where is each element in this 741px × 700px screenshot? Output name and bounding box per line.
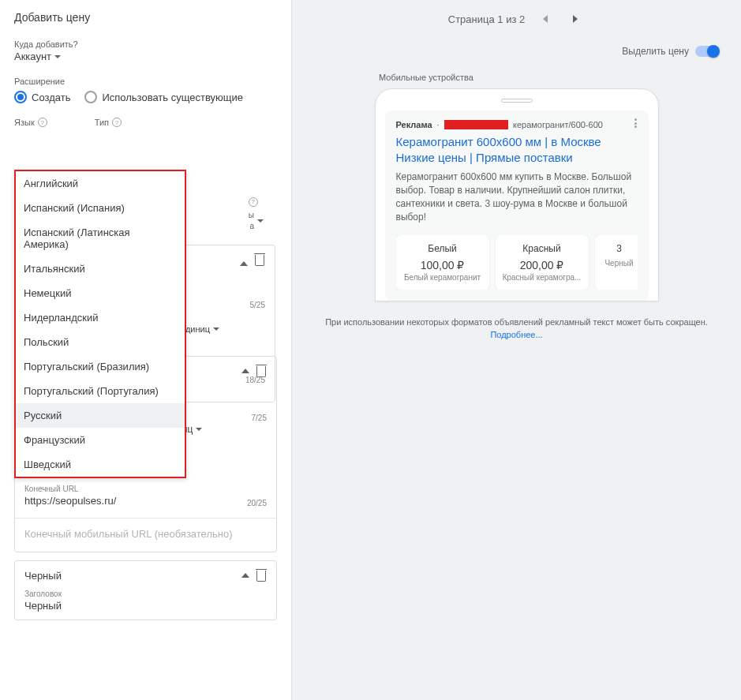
language-option[interactable]: Английский [16,171,185,196]
left-panel: Добавить цену Куда добавить? Аккаунт Рас… [0,0,292,700]
account-select[interactable]: Аккаунт [14,51,61,62]
language-dropdown[interactable]: АнглийскийИспанский (Испания)Испанский (… [14,170,186,478]
price-item-card: Черный Заголовок Черный [14,560,277,620]
currency-select-stub: ? ы а [249,197,264,232]
chevron-left-icon [543,15,548,23]
header-input[interactable]: Черный [24,600,267,612]
final-url-label: Конечный URL [24,485,267,493]
radio-use-existing[interactable]: Использовать существующие [84,91,243,103]
radio-create[interactable]: Создать [14,91,70,103]
final-url-input[interactable]: https://seopulses.ru/ [24,495,267,507]
type-field-label: Тип ? [95,118,122,127]
language-option[interactable]: Нидерландский [16,305,185,330]
counter: 5/25 [250,301,265,309]
radio-icon [14,91,27,103]
language-option[interactable]: Португальский (Бразилия) [16,354,185,379]
account-value: Аккаунт [14,51,51,62]
trash-icon[interactable] [254,253,265,266]
price-preview-card[interactable]: Красный 200,00 ₽ Красный керамогра... [496,235,589,290]
phone-speaker-icon [501,99,533,103]
language-option[interactable]: Шведский [16,452,185,477]
panel-title: Добавить цену [0,0,291,32]
card-title: Черный [24,570,62,582]
prev-page-button[interactable] [536,9,555,28]
radio-use-existing-label: Использовать существующие [102,92,243,103]
highlight-toggle[interactable] [695,46,719,57]
learn-more-link[interactable]: Подробнее... [490,330,542,339]
mobile-preview: Реклама · XXXXXXXXXXкерамогранит/600-600… [375,88,659,301]
counter: 18/25 [245,376,265,384]
language-option[interactable]: Итальянский [16,256,185,281]
price-preview-card[interactable]: Белый 100,00 ₽ Белый керамогранит [396,235,489,290]
help-icon[interactable]: ? [249,197,258,207]
help-icon[interactable]: ? [38,118,47,127]
chevron-up-icon[interactable] [241,573,249,578]
ad-title: Керамогранит 600х600 мм | в Москве Низки… [396,134,638,166]
next-page-button[interactable] [566,9,585,28]
language-option[interactable]: Французский [16,428,185,452]
disclaimer: При использовании некоторых форматов объ… [300,316,733,341]
language-option[interactable]: Португальский (Португалия) [16,379,185,403]
ad-description: Керамогранит 600х600 мм купить в Москве.… [396,170,638,224]
ad-menu-icon[interactable] [631,118,641,128]
page-indicator: Страница 1 из 2 [448,13,525,25]
caret-down-icon [257,219,264,223]
counter: 20/25 [247,499,267,507]
where-label: Куда добавить? [14,39,277,49]
language-option[interactable]: Русский [16,403,185,428]
chevron-right-icon [573,15,578,23]
language-field-label: Язык ? [14,118,47,127]
language-option[interactable]: Испанский (Латинская Америка) [16,220,185,256]
ad-preview-card: Реклама · XXXXXXXXXXкерамогранит/600-600… [385,110,649,301]
price-extension-row: Белый 100,00 ₽ Белый керамогранит Красны… [396,235,638,290]
caret-down-icon [196,428,202,431]
trash-icon[interactable] [256,569,267,582]
preview-device-label: Мобильные устройства [379,73,741,82]
ad-url-suffix: керамогранит/600-600 [513,120,603,129]
language-option[interactable]: Испанский (Испания) [16,196,185,220]
right-panel: Страница 1 из 2 Выделить цену Мобильные … [292,0,741,700]
caret-down-icon [54,55,61,58]
chevron-up-icon[interactable] [240,253,248,266]
radio-create-label: Создать [32,92,70,103]
radio-icon [84,91,97,103]
mobile-url-input[interactable] [24,525,267,544]
header-label: Заголовок [24,590,267,598]
help-icon[interactable]: ? [112,118,122,127]
highlight-label: Выделить цену [622,46,689,57]
redacted-url: XXXXXXXXXX [444,120,508,129]
ad-tag: Реклама [396,120,432,129]
counter: 7/25 [252,414,267,422]
caret-down-icon [213,328,219,331]
extension-label: Расширение [14,77,277,86]
price-preview-card[interactable]: 3 Черный [595,235,638,290]
language-option[interactable]: Польский [16,330,185,354]
language-option[interactable]: Немецкий [16,281,185,305]
